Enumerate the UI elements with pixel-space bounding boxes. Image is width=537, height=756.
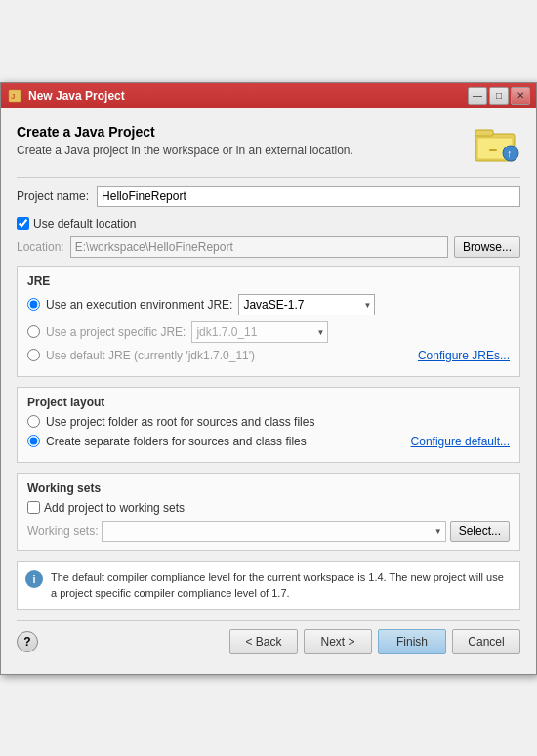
layout-separate-folders-radio[interactable] — [27, 435, 40, 447]
jre-execution-env-radio[interactable] — [27, 298, 40, 311]
project-name-row: Project name: — [17, 186, 520, 207]
page-title: Create a Java Project — [17, 124, 353, 140]
working-sets-label: Working sets: — [27, 525, 98, 538]
working-sets-title: Working sets — [27, 482, 510, 495]
back-button[interactable]: < Back — [229, 629, 298, 654]
working-sets-select-button[interactable]: Select... — [450, 521, 510, 542]
finish-button[interactable]: Finish — [378, 629, 446, 654]
minimize-button[interactable]: — — [468, 87, 487, 105]
project-name-input[interactable] — [97, 186, 520, 207]
working-sets-input-row: Working sets: Select... — [27, 521, 510, 542]
jre-default-radio[interactable] — [27, 349, 40, 361]
jre-env-select-wrapper: JavaSE-1.7 — [238, 294, 375, 315]
working-sets-checkbox-row: Add project to working sets — [27, 501, 510, 515]
location-input — [70, 236, 448, 258]
working-sets-checkbox[interactable] — [27, 501, 40, 514]
browse-button[interactable]: Browse... — [454, 236, 520, 258]
maximize-button[interactable]: □ — [489, 87, 509, 105]
jre-section-title: JRE — [27, 274, 510, 288]
title-bar: J New Java Project — □ ✕ — [1, 83, 536, 108]
default-location-row: Use default location — [17, 217, 520, 231]
dialog-header: Create a Java Project Create a Java proj… — [17, 124, 520, 169]
location-row: Location: Browse... — [17, 236, 520, 258]
jre-radio3-row: Use default JRE (currently 'jdk1.7.0_11'… — [27, 349, 510, 362]
layout-project-folder-radio[interactable] — [27, 415, 40, 428]
close-button[interactable]: ✕ — [511, 87, 530, 105]
working-sets-select-wrapper — [102, 521, 445, 542]
window-icon: J — [7, 88, 22, 104]
working-sets-checkbox-label: Add project to working sets — [44, 501, 185, 515]
svg-rect-5 — [489, 149, 497, 151]
jre-default-label: Use default JRE (currently 'jdk1.7.0_11'… — [46, 349, 255, 362]
info-icon: i — [25, 570, 43, 588]
project-layout-section: Project layout Use project folder as roo… — [17, 387, 520, 463]
project-layout-title: Project layout — [27, 396, 510, 409]
dialog-content: Create a Java Project Create a Java proj… — [1, 108, 536, 674]
jre-section: JRE Use an execution environment JRE: Ja… — [17, 266, 520, 377]
default-location-label: Use default location — [33, 217, 136, 231]
layout-radio2-left: Create separate folders for sources and … — [27, 435, 307, 448]
folder-icon: ↑ — [474, 120, 520, 167]
jre-specific-select-wrapper: jdk1.7.0_11 — [191, 321, 328, 343]
window-controls: — □ ✕ — [468, 87, 530, 105]
configure-default-link[interactable]: Configure default... — [411, 435, 510, 448]
info-box: i The default compiler compliance level … — [17, 561, 520, 610]
layout-radio1-row: Use project folder as root for sources a… — [27, 415, 510, 429]
cancel-button[interactable]: Cancel — [452, 629, 520, 654]
configure-jres-link[interactable]: Configure JREs... — [418, 349, 510, 362]
layout-project-folder-label: Use project folder as root for sources a… — [46, 415, 314, 429]
info-message: The default compiler compliance level fo… — [51, 569, 512, 602]
jre-radio3-left: Use default JRE (currently 'jdk1.7.0_11'… — [27, 349, 255, 362]
header-separator — [17, 177, 520, 178]
window-title: New Java Project — [28, 89, 462, 103]
jre-specific-select: jdk1.7.0_11 — [191, 321, 328, 343]
working-sets-select — [102, 521, 445, 542]
default-location-checkbox[interactable] — [17, 217, 29, 230]
jre-env-select[interactable]: JavaSE-1.7 — [238, 294, 375, 315]
svg-rect-3 — [475, 130, 493, 136]
location-label: Location: — [17, 240, 64, 254]
header-text-block: Create a Java Project Create a Java proj… — [17, 124, 353, 169]
next-button[interactable]: Next > — [304, 629, 372, 654]
working-sets-section: Working sets Add project to working sets… — [17, 473, 520, 551]
jre-radio1-row: Use an execution environment JRE: JavaSE… — [27, 294, 510, 315]
svg-text:J: J — [11, 92, 15, 101]
button-row: ? < Back Next > Finish Cancel — [17, 620, 520, 658]
svg-text:↑: ↑ — [507, 147, 513, 159]
new-java-project-window: J New Java Project — □ ✕ Create a Java P… — [0, 82, 537, 675]
layout-radio2-row: Create separate folders for sources and … — [27, 435, 510, 448]
help-button[interactable]: ? — [17, 631, 38, 652]
jre-execution-env-label: Use an execution environment JRE: — [46, 298, 232, 312]
layout-separate-folders-label: Create separate folders for sources and … — [46, 435, 307, 448]
project-name-label: Project name: — [17, 189, 89, 203]
jre-radio2-row: Use a project specific JRE: jdk1.7.0_11 — [27, 321, 510, 343]
jre-project-specific-label: Use a project specific JRE: — [46, 325, 186, 339]
jre-project-specific-radio[interactable] — [27, 325, 40, 338]
page-description: Create a Java project in the workspace o… — [17, 144, 353, 157]
